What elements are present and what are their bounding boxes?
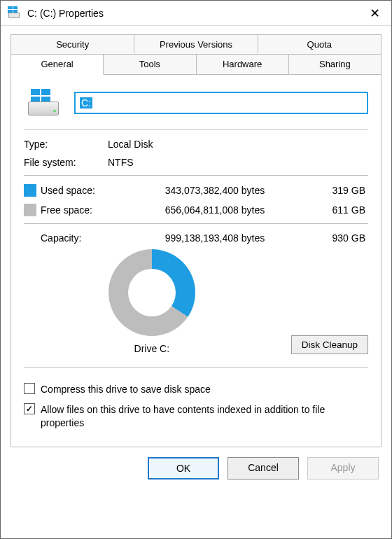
used-space-bytes: 343,073,382,400 bytes bbox=[118, 185, 312, 196]
tab-panel-general: C: Type: Local Disk File system: NTFS Us… bbox=[10, 75, 382, 447]
titlebar: C: (C:) Properties ✕ bbox=[1, 1, 391, 26]
type-value: Local Disk bbox=[108, 139, 368, 150]
drive-icon-large bbox=[24, 88, 63, 118]
index-checkbox[interactable] bbox=[24, 403, 35, 414]
usage-donut-chart bbox=[108, 249, 195, 336]
separator bbox=[24, 223, 368, 224]
index-label: Allow files on this drive to have conten… bbox=[41, 403, 368, 430]
close-icon[interactable]: ✕ bbox=[364, 4, 386, 22]
window-title: C: (C:) Properties bbox=[27, 8, 104, 19]
ok-button[interactable]: OK bbox=[148, 457, 219, 479]
separator bbox=[24, 367, 368, 368]
capacity-bytes: 999,138,193,408 bytes bbox=[118, 232, 312, 244]
drive-label: Drive C: bbox=[134, 343, 170, 354]
properties-window: C: (C:) Properties ✕ Security Previous V… bbox=[0, 0, 392, 539]
tab-security[interactable]: Security bbox=[10, 34, 134, 55]
type-label: Type: bbox=[24, 139, 108, 150]
separator bbox=[24, 175, 368, 176]
free-space-label: Free space: bbox=[41, 204, 118, 216]
drive-name-value: C: bbox=[80, 97, 92, 108]
used-space-label: Used space: bbox=[41, 185, 118, 196]
capacity-label: Capacity: bbox=[41, 232, 118, 244]
tab-previous-versions[interactable]: Previous Versions bbox=[134, 34, 258, 55]
tab-hardware[interactable]: Hardware bbox=[197, 54, 289, 75]
apply-button[interactable]: Apply bbox=[307, 457, 379, 479]
capacity-human: 930 GB bbox=[312, 232, 368, 244]
cancel-button[interactable]: Cancel bbox=[227, 457, 299, 479]
disk-cleanup-button[interactable]: Disk Cleanup bbox=[291, 335, 368, 354]
drive-icon bbox=[6, 6, 22, 21]
tab-general[interactable]: General bbox=[10, 54, 104, 75]
used-space-human: 319 GB bbox=[312, 185, 368, 196]
free-space-bytes: 656,064,811,008 bytes bbox=[118, 204, 312, 216]
free-space-swatch bbox=[24, 204, 36, 216]
filesystem-label: File system: bbox=[24, 157, 108, 168]
compress-label: Compress this drive to save disk space bbox=[41, 383, 211, 396]
compress-checkbox[interactable] bbox=[24, 383, 35, 394]
filesystem-value: NTFS bbox=[108, 157, 368, 168]
separator bbox=[24, 130, 368, 130]
tab-sharing[interactable]: Sharing bbox=[289, 54, 382, 75]
tab-quota[interactable]: Quota bbox=[258, 34, 382, 55]
tab-tools[interactable]: Tools bbox=[104, 54, 196, 75]
used-space-swatch bbox=[24, 184, 36, 197]
drive-name-input[interactable]: C: bbox=[74, 92, 368, 114]
free-space-human: 611 GB bbox=[312, 204, 368, 216]
dialog-buttons: OK Cancel Apply bbox=[1, 447, 391, 492]
tabs-area: Security Previous Versions Quota General… bbox=[1, 26, 391, 447]
